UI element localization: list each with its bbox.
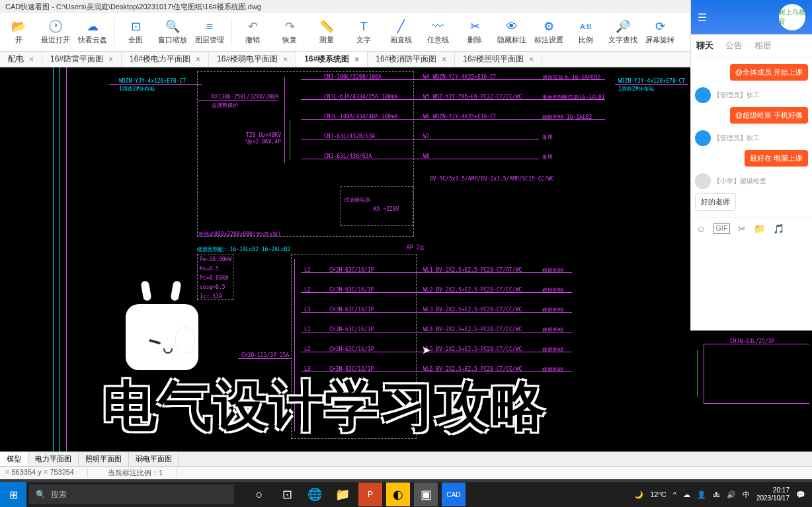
text-icon: T xyxy=(356,19,371,34)
tool-measure[interactable]: 📏测量 xyxy=(308,13,345,51)
zoom-icon: 🔍 xyxy=(165,19,180,34)
task-app1[interactable]: ◐ xyxy=(386,483,410,506)
task-edge[interactable]: 🌐 xyxy=(303,483,327,506)
window-title: CAD快速看图 - C:\Users\吴润庭\Desktop\20231017\… xyxy=(5,2,261,12)
tool-recent[interactable]: 🕐最近打开 xyxy=(37,13,74,51)
task-cad[interactable]: CAD xyxy=(442,483,466,506)
chat-tabs: 聊天 公告 相册 xyxy=(691,34,812,58)
chat-tab-album[interactable]: 相册 xyxy=(754,40,772,52)
tool-text[interactable]: T文字 xyxy=(345,13,382,51)
clock[interactable]: 20:17 2023/10/17 xyxy=(756,487,790,502)
tool-fullview[interactable]: ⊡全图 xyxy=(117,13,154,51)
video-title-overlay: 电气设计学习攻略 xyxy=(102,370,547,443)
ruler-icon: 📏 xyxy=(319,19,334,34)
cad-canvas-right[interactable]: CH3N-63L/25/3P xyxy=(690,331,812,451)
folder-icon: 📂 xyxy=(11,19,26,34)
rotate-icon: ⟳ xyxy=(653,19,667,34)
tool-rotate[interactable]: ⟳屏幕旋转 xyxy=(641,13,678,51)
bottom-tab-model[interactable]: 模型 xyxy=(0,452,28,466)
freeline-icon: 〰 xyxy=(430,19,445,34)
clock-icon: 🕐 xyxy=(48,19,63,34)
eye-icon: 👁 xyxy=(505,19,519,34)
start-button[interactable]: ⊞ xyxy=(0,482,26,507)
undo-icon: ↶ xyxy=(245,19,260,34)
emoji-icon[interactable]: ☺ xyxy=(696,223,706,234)
notifications-icon[interactable]: 💬 xyxy=(796,490,805,499)
tool-line[interactable]: ╱画直线 xyxy=(382,13,419,51)
tab-lightning[interactable]: 16#防雷平面图× xyxy=(42,52,122,67)
close-icon[interactable]: × xyxy=(283,55,288,64)
tool-layers[interactable]: ≡图层管理 xyxy=(191,13,228,51)
tool-zoom[interactable]: 🔍窗口缩放 xyxy=(154,13,191,51)
status-bar: = 563354 y = 753254 当前标注比例：1 xyxy=(0,466,812,479)
bottom-tab-power[interactable]: 电力平面图 xyxy=(28,452,79,466)
tool-undo[interactable]: ↶撤销 xyxy=(234,13,271,51)
coordinates: = 563354 y = 753254 xyxy=(5,468,88,478)
chat-message: @超级哈里 手机好像 xyxy=(730,107,808,124)
group-logo: 树上鸟教育 xyxy=(779,4,805,30)
windows-taskbar: ⊞ 🔍 搜索 ○ ⊡ 🌐 📁 P ◐ ▣ CAD 🌙 12°C ^ ☁ 👤 🖧 … xyxy=(0,482,812,507)
chat-panel: ☰ 树上鸟教育 聊天 公告 相册 @全体成员 开始上课 【管理员】狄工 @超级哈… xyxy=(690,0,812,331)
tab-distribution[interactable]: 配电× xyxy=(0,52,42,67)
close-icon[interactable]: × xyxy=(196,55,200,64)
close-icon[interactable]: × xyxy=(29,55,34,64)
cursor-icon: ➤ xyxy=(422,344,430,356)
scissors-icon[interactable]: ✂ xyxy=(738,223,746,234)
tray-people-icon[interactable]: 👤 xyxy=(697,490,706,499)
folder-icon[interactable]: 📁 xyxy=(754,223,765,234)
task-powerpoint[interactable]: P xyxy=(358,483,382,506)
task-app2[interactable]: ▣ xyxy=(414,483,438,506)
tool-find-text[interactable]: 🔎文字查找 xyxy=(604,13,641,51)
weather-icon[interactable]: 🌙 xyxy=(634,490,643,499)
close-icon[interactable]: × xyxy=(354,55,359,64)
close-icon[interactable]: × xyxy=(108,55,113,64)
fullview-icon: ⊡ xyxy=(128,19,143,34)
tray-network-icon[interactable]: 🖧 xyxy=(713,490,720,498)
close-icon[interactable]: × xyxy=(529,55,534,64)
temperature[interactable]: 12°C xyxy=(650,490,667,498)
chat-tab-notice[interactable]: 公告 xyxy=(725,40,743,52)
avatar xyxy=(695,130,711,146)
tab-system[interactable]: 16#楼系统图× xyxy=(296,52,368,67)
gif-icon[interactable]: GIF xyxy=(713,223,729,234)
tool-annot-settings[interactable]: ⚙标注设置 xyxy=(530,13,567,51)
tool-freeline[interactable]: 〰任意线 xyxy=(419,13,456,51)
model-tabs: 模型 电力平面图 照明平面图 弱电平面图 xyxy=(0,451,812,466)
search-icon: 🔍 xyxy=(36,490,46,499)
chat-message: 最好在 电脑上课 xyxy=(745,150,808,167)
redo-icon: ↷ xyxy=(282,19,297,34)
bottom-tab-weak[interactable]: 弱电平面图 xyxy=(129,452,179,466)
settings-icon: ⚙ xyxy=(542,19,556,34)
tab-lighting[interactable]: 16#楼照明平面图× xyxy=(455,52,542,67)
avatar xyxy=(695,87,711,103)
task-view[interactable]: ⊡ xyxy=(275,483,299,506)
system-tray: 🌙 12°C ^ ☁ 👤 🖧 🔊 中 20:17 2023/10/17 💬 xyxy=(634,487,812,502)
taskbar-search[interactable]: 🔍 搜索 xyxy=(29,485,234,504)
close-icon[interactable]: × xyxy=(442,55,446,64)
chat-message: @全体成员 开始上课 xyxy=(730,64,808,81)
tool-open[interactable]: 📂开 xyxy=(0,13,37,51)
tool-cloud[interactable]: ☁快看云盘 xyxy=(74,13,111,51)
tool-redo[interactable]: ↷恢复 xyxy=(271,13,308,51)
tray-volume-icon[interactable]: 🔊 xyxy=(727,490,736,499)
layers-icon: ≡ xyxy=(202,19,217,34)
bottom-tab-lighting[interactable]: 照明平面图 xyxy=(79,452,129,466)
tray-chevron-icon[interactable]: ^ xyxy=(673,490,676,498)
chat-input-tools: ☺ GIF ✂ 📁 🎵 xyxy=(691,217,812,239)
music-icon[interactable]: 🎵 xyxy=(773,223,784,234)
tool-scale[interactable]: A:B比例 xyxy=(567,13,604,51)
tool-hide-annot[interactable]: 👁隐藏标注 xyxy=(493,13,530,51)
tab-weak[interactable]: 16#楼弱电平面图× xyxy=(209,52,296,67)
line-icon: ╱ xyxy=(393,19,408,34)
scale-icon: A:B xyxy=(579,19,593,34)
ime-indicator[interactable]: 中 xyxy=(743,490,750,500)
chat-messages[interactable]: @全体成员 开始上课 【管理员】狄工 @超级哈里 手机好像 【管理员】狄工 最好… xyxy=(691,58,812,217)
tool-delete[interactable]: ✂删除 xyxy=(456,13,493,51)
chat-header: ☰ 树上鸟教育 xyxy=(691,0,812,34)
task-explorer[interactable]: 📁 xyxy=(331,483,354,506)
tray-onedrive-icon[interactable]: ☁ xyxy=(683,490,690,499)
task-cortana[interactable]: ○ xyxy=(247,483,271,506)
tab-power[interactable]: 16#楼电力平面图× xyxy=(122,52,209,67)
chat-tab-chat[interactable]: 聊天 xyxy=(696,40,713,52)
tab-fire[interactable]: 16#楼消防平面图× xyxy=(368,52,455,67)
